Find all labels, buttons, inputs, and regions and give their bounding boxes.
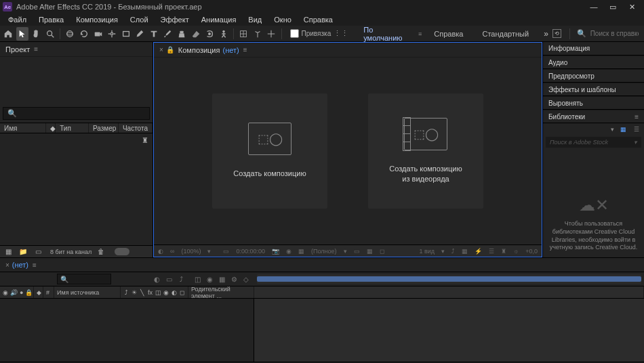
chevron-down-icon[interactable]: ▾ <box>342 248 348 255</box>
create-from-footage-button[interactable]: ⬚◯ Создать композицию из видеоряда <box>368 93 483 209</box>
snapping-toggle[interactable]: Привязка ⋮⋮ <box>290 29 349 38</box>
auto-keyframe-icon[interactable]: ◇ <box>241 274 251 284</box>
comp-mini-flowchart-icon[interactable]: ◐ <box>151 274 162 284</box>
snap-options-icon[interactable]: ⋮⋮ <box>334 29 348 38</box>
parent-header[interactable]: Родительский элемент ... <box>188 286 254 298</box>
panel-info[interactable]: Информация <box>543 42 644 56</box>
views-dropdown[interactable]: 1 вид <box>418 248 436 255</box>
panel-align[interactable]: Выровнять <box>543 96 644 110</box>
motion-blur-icon[interactable]: ◉ <box>163 289 169 297</box>
timeline-icon[interactable]: ☰ <box>487 248 496 255</box>
hand-tool[interactable] <box>30 27 43 41</box>
col-label-icon[interactable]: ◆ <box>46 123 56 133</box>
index-header[interactable]: # <box>43 286 54 298</box>
3d-layer-icon[interactable]: ◻ <box>179 289 185 297</box>
project-tab[interactable]: Проект <box>5 45 30 54</box>
panel-menu-icon[interactable]: ≡ <box>635 113 639 121</box>
timeline-navigator[interactable] <box>257 274 641 284</box>
motion-blur-icon[interactable]: ◉ <box>204 274 215 284</box>
transparency-icon[interactable]: ▦ <box>365 248 374 255</box>
graph-editor-icon[interactable]: ▦ <box>216 274 227 284</box>
local-axis-tool[interactable] <box>251 27 264 41</box>
label-header[interactable]: ◆ <box>34 286 43 298</box>
create-composition-button[interactable]: ⬚◯ Создать композицию <box>212 93 327 209</box>
mesh-tool[interactable] <box>237 27 250 41</box>
project-items-area[interactable]: ♜ <box>0 133 153 245</box>
workspace-help[interactable]: Справка <box>424 30 472 38</box>
adjustment-icon[interactable]: ◐ <box>172 289 178 297</box>
orbit-tool[interactable] <box>64 27 77 41</box>
tab-close-icon[interactable]: × <box>5 261 9 269</box>
roi-icon[interactable]: ▭ <box>353 248 361 255</box>
collapse-icon[interactable]: ☀ <box>132 289 138 297</box>
panel-menu-icon[interactable]: ≡ <box>33 261 37 269</box>
chevron-down-icon[interactable]: ▾ <box>440 248 446 255</box>
snapping-checkbox[interactable] <box>290 29 299 38</box>
pen-tool[interactable] <box>134 27 146 41</box>
brush-tool[interactable] <box>161 27 174 41</box>
zoom-tool[interactable] <box>44 27 57 41</box>
minimize-button[interactable]: — <box>584 1 603 13</box>
col-type[interactable]: Тип <box>56 123 89 133</box>
rectangle-tool[interactable] <box>119 27 132 41</box>
menu-edit[interactable]: Правка <box>33 14 69 25</box>
home-tool[interactable] <box>2 27 15 41</box>
world-axis-tool[interactable] <box>265 27 278 41</box>
close-button[interactable]: ✕ <box>622 1 641 13</box>
panel-preview[interactable]: Предпросмотр <box>543 69 644 83</box>
magnification-icon[interactable]: ∞ <box>169 248 176 255</box>
rotate-tool[interactable] <box>78 27 91 41</box>
menu-animation[interactable]: Анимация <box>196 14 242 25</box>
menu-help[interactable]: Справка <box>298 14 338 25</box>
bpc-button[interactable]: 8 бит на канал <box>50 249 92 255</box>
fast-preview-icon[interactable]: ⚡ <box>473 248 483 255</box>
resolution-icon[interactable]: ▭ <box>222 248 230 255</box>
project-toggle[interactable] <box>115 248 129 255</box>
pixel-aspect-icon[interactable]: ▦ <box>460 248 469 255</box>
interpret-footage-icon[interactable]: ▦ <box>3 247 14 257</box>
draft-3d-icon[interactable]: ▭ <box>163 274 174 284</box>
menu-layer[interactable]: Слой <box>125 14 154 25</box>
list-view-icon[interactable]: ☰ <box>632 125 641 133</box>
roto-tool[interactable] <box>203 27 216 41</box>
hide-shy-icon[interactable]: ⤴ <box>176 274 186 284</box>
col-name[interactable]: Имя <box>0 123 46 133</box>
brainstorm-icon[interactable]: ⚙ <box>228 274 239 284</box>
share-icon[interactable]: ⤴ <box>450 248 456 255</box>
workspace-overflow-icon[interactable]: » <box>544 29 548 39</box>
audio-icon[interactable]: 🔊 <box>10 289 18 297</box>
time-display[interactable]: 0:00:00:00 <box>235 248 266 255</box>
tab-close-icon[interactable]: × <box>159 46 163 54</box>
snapshot-icon[interactable]: 📷 <box>270 248 281 255</box>
3d-view-icon[interactable]: ◻ <box>378 248 386 255</box>
selection-tool[interactable] <box>16 27 29 41</box>
time-ruler[interactable] <box>254 286 644 298</box>
workspace-standard[interactable]: Стандартный <box>472 30 538 38</box>
panel-menu-icon[interactable]: ≡ <box>34 45 38 53</box>
panel-menu-icon[interactable]: ≡ <box>243 46 247 54</box>
video-icon[interactable]: ◉ <box>3 289 8 297</box>
grid-view-icon[interactable]: ▦ <box>618 125 628 133</box>
timeline-graph-area[interactable]: ◀▶ <box>254 299 644 362</box>
exposure-value[interactable]: +0,0 <box>524 248 539 255</box>
fx-icon[interactable]: fx <box>147 289 153 297</box>
new-folder-icon[interactable]: 📁 <box>18 247 28 257</box>
camera-tool[interactable] <box>92 27 104 41</box>
col-rate[interactable]: Частота <box>119 123 153 133</box>
delete-icon[interactable]: 🗑 <box>96 247 106 257</box>
flowchart-icon[interactable]: ♜ <box>500 248 508 255</box>
clone-tool[interactable] <box>176 27 188 41</box>
toggle-mask-icon[interactable]: ▦ <box>297 248 306 255</box>
menu-view[interactable]: Вид <box>243 14 267 25</box>
shy-icon[interactable]: ⤴ <box>123 289 129 297</box>
project-search-input[interactable] <box>20 110 145 117</box>
chevron-down-icon[interactable]: ▾ <box>634 139 637 146</box>
zoom-dropdown[interactable]: (100%) <box>180 248 202 255</box>
quality-icon[interactable]: ╲ <box>139 289 145 297</box>
chevron-down-icon[interactable]: ▾ <box>611 126 614 133</box>
workspace-reset-icon[interactable]: ⟲ <box>552 29 561 38</box>
maximize-button[interactable]: ▭ <box>603 1 622 13</box>
panel-effects[interactable]: Эффекты и шаблоны <box>543 83 644 96</box>
solo-icon[interactable]: ● <box>20 289 23 297</box>
anchor-tool[interactable] <box>106 27 119 41</box>
